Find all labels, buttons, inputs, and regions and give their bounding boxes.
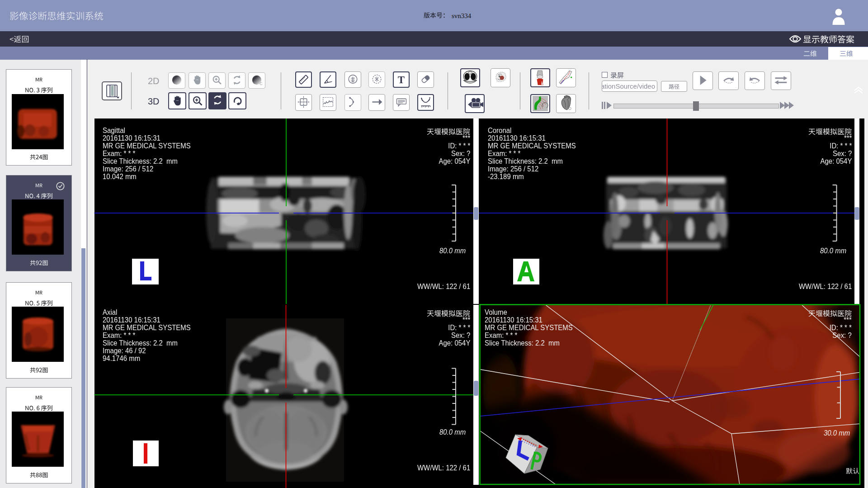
svg-text:D: D xyxy=(568,106,571,111)
svg-text:T: T xyxy=(398,74,405,85)
svg-text:C: C xyxy=(259,81,263,86)
